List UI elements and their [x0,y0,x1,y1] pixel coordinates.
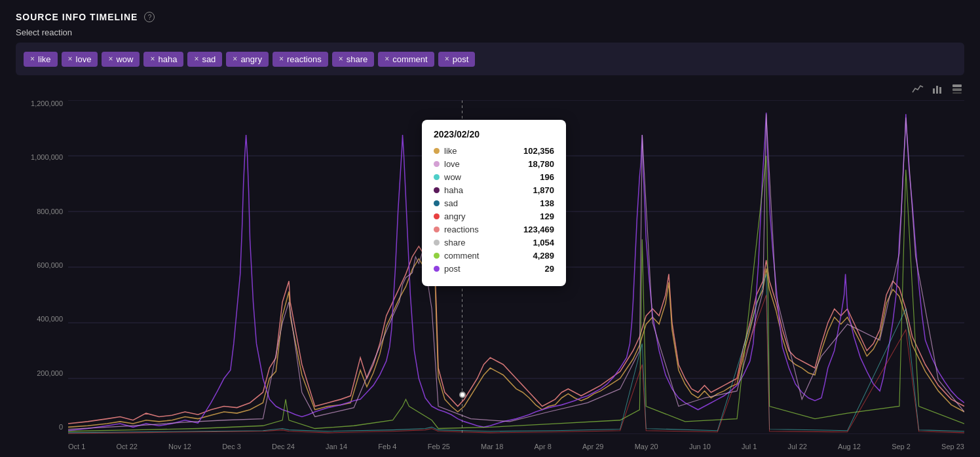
data-tooltip: 2023/02/20 like 102,356 love 18,780 wow … [422,120,566,286]
chart-toolbar [911,82,964,96]
tag-label-love: love [76,54,92,64]
tag-close-post[interactable]: × [445,54,449,64]
tooltip-value-angry: 129 [540,211,554,221]
tag-close-haha[interactable]: × [150,54,155,64]
y-axis-label: 200,000 [16,370,68,377]
svg-rect-0 [933,88,935,94]
tag-like[interactable]: ×like [24,52,58,67]
tooltip-label-share: share [444,238,490,247]
tooltip-label-love: love [444,159,490,169]
tooltip-dot-comment [434,253,440,259]
tooltip-row-sad: sad 138 [434,198,554,208]
x-axis-label: Dec 3 [222,443,241,450]
tag-label-like: like [38,54,51,64]
tooltip-row-reactions: reactions 123,469 [434,225,554,234]
tooltip-row-comment: comment 4,289 [434,251,554,261]
tooltip-value-comment: 4,289 [533,251,554,261]
x-axis-label: Mar 18 [481,443,503,450]
x-axis-label: Oct 22 [116,443,137,450]
y-axis-label: 400,000 [16,316,68,323]
x-axis-label: Sep 23 [941,443,964,450]
y-axis-label: 1,200,000 [16,100,68,107]
tag-close-sad[interactable]: × [194,54,198,64]
tag-comment[interactable]: ×comment [378,52,434,67]
tooltip-label-haha: haha [444,185,490,195]
tooltip-value-haha: 1,870 [533,185,554,195]
x-axis-label: Jul 22 [788,443,807,450]
tooltip-value-like: 102,356 [523,146,554,156]
tag-love[interactable]: ×love [62,52,98,67]
tooltip-label-reactions: reactions [444,225,490,234]
tag-close-share[interactable]: × [339,54,343,64]
tooltip-value-post: 29 [545,264,554,274]
y-axis-label: 1,000,000 [16,154,68,161]
line-chart-icon[interactable] [911,82,925,96]
tag-reactions[interactable]: ×reactions [273,52,328,67]
tooltip-row-wow: wow 196 [434,172,554,182]
x-axis-label: Oct 1 [68,443,85,450]
tag-close-love[interactable]: × [68,54,73,64]
tags-container: ×like×love×wow×haha×sad×angry×reactions×… [16,43,964,75]
tag-label-comment: comment [392,54,427,64]
tooltip-dot-reactions [434,227,440,232]
tooltip-dot-sad [434,200,440,206]
y-axis-label: 800,000 [16,208,68,215]
y-axis: 1,200,0001,000,000800,000600,000400,0002… [16,100,68,431]
header-row: SOURCE INFO TIMELINE ? [16,12,964,22]
bar-chart-icon[interactable] [930,82,945,96]
x-axis-label: Apr 8 [535,443,552,450]
tooltip-dot-share [434,240,440,246]
x-axis-label: Apr 29 [582,443,603,450]
tag-label-angry: angry [240,54,262,64]
tag-angry[interactable]: ×angry [226,52,269,67]
tag-label-post: post [453,54,469,64]
tooltip-row-love: love 18,780 [434,159,554,169]
tooltip-label-like: like [444,146,490,156]
tooltip-dot-haha [434,187,440,193]
tag-label-reactions: reactions [287,54,322,64]
tooltip-dot-post [434,266,440,272]
select-reaction-label: Select reaction [16,27,964,37]
x-axis-label: May 20 [635,443,658,450]
tag-haha[interactable]: ×haha [143,52,183,67]
tooltip-dot-wow [434,174,440,180]
tag-close-wow[interactable]: × [108,54,113,64]
tag-label-haha: haha [158,54,177,64]
x-axis-label: Feb 4 [378,443,396,450]
tooltip-value-wow: 196 [540,172,554,182]
tooltip-row-post: post 29 [434,264,554,274]
tooltip-value-reactions: 123,469 [523,225,554,234]
tag-close-reactions[interactable]: × [279,54,284,64]
help-icon[interactable]: ? [144,12,155,22]
chart-wrapper: 1,200,0001,000,000800,000600,000400,0002… [16,100,964,450]
tag-label-share: share [347,54,368,64]
tag-close-comment[interactable]: × [385,54,389,64]
tag-close-angry[interactable]: × [233,54,237,64]
tag-label-wow: wow [116,54,133,64]
tooltip-value-sad: 138 [540,198,554,208]
x-axis-label: Dec 24 [272,443,295,450]
svg-rect-4 [952,88,962,91]
tooltip-date: 2023/02/20 [434,129,554,139]
tag-label-sad: sad [202,54,216,64]
tag-wow[interactable]: ×wow [102,52,140,67]
svg-rect-2 [939,87,941,94]
tooltip-row-angry: angry 129 [434,211,554,221]
svg-rect-3 [952,84,962,87]
tag-share[interactable]: ×share [332,52,375,67]
tooltip-dot-like [434,148,440,154]
tooltip-label-comment: comment [444,251,490,261]
tooltip-label-sad: sad [444,198,490,208]
x-axis-label: Aug 12 [838,443,861,450]
tag-close-like[interactable]: × [30,54,35,64]
tooltip-label-wow: wow [444,172,490,182]
stack-chart-icon[interactable] [950,82,964,96]
page-title: SOURCE INFO TIMELINE [16,12,138,22]
tag-post[interactable]: ×post [438,52,476,67]
x-axis-label: Jun 10 [689,443,711,450]
y-axis-label: 600,000 [16,262,68,269]
tooltip-value-share: 1,054 [533,238,554,247]
chart-area: 1,200,0001,000,000800,000600,000400,0002… [16,82,964,450]
x-axis-label: Jan 14 [326,443,347,450]
tag-sad[interactable]: ×sad [187,52,222,67]
